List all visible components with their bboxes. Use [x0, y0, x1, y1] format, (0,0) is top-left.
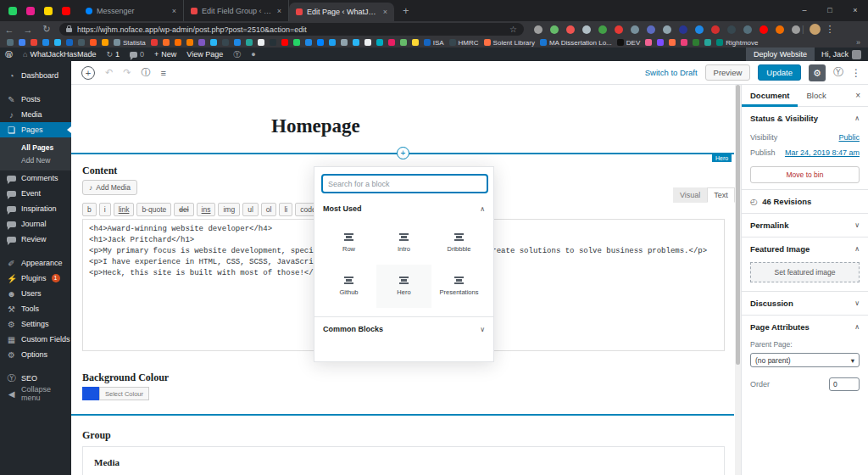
bookmark-star-icon[interactable]: ☆: [509, 25, 517, 34]
bookmarks-overflow-icon[interactable]: »: [856, 38, 860, 47]
extension-icon[interactable]: [598, 25, 607, 34]
sidebar-item[interactable]: ▦ Custom Fields: [0, 332, 71, 347]
bookmark-item[interactable]: [341, 39, 348, 46]
url-text[interactable]: https://wjhm.noface.app/wp-admin/post.ph…: [77, 25, 504, 34]
sidebar-item[interactable]: ⚙ Settings: [0, 316, 71, 332]
view-page-link[interactable]: View Page: [181, 48, 228, 61]
pinned-tab-icon[interactable]: [62, 7, 70, 15]
sidebar-item[interactable]: ◔ Dashboard: [0, 68, 71, 83]
quicktag-button[interactable]: b-quote: [136, 203, 171, 216]
most-used-section-header[interactable]: Most Used ∧: [323, 204, 485, 213]
pinned-tab-icon[interactable]: [44, 7, 53, 15]
back-icon[interactable]: ←: [0, 25, 19, 35]
block-type-item[interactable]: Presentations: [431, 265, 487, 308]
publish-date-link[interactable]: Mar 24, 2019 8:47 am: [785, 148, 860, 157]
bookmark-item[interactable]: DEV: [617, 39, 640, 47]
sidebar-item[interactable]: Comments: [0, 170, 71, 186]
more-tools-icon[interactable]: ⋮: [851, 67, 861, 79]
sidebar-item[interactable]: Journal: [0, 216, 71, 232]
yoast-icon[interactable]: Ⓨ: [228, 48, 246, 61]
select-colour-button[interactable]: Select Colour: [99, 387, 149, 400]
tab-document[interactable]: Document: [742, 85, 798, 107]
bookmark-item[interactable]: Statista: [114, 39, 146, 47]
block-search-input[interactable]: [321, 174, 488, 193]
text-tab[interactable]: Text: [707, 187, 735, 203]
bookmark-item[interactable]: [258, 39, 264, 46]
visual-tab[interactable]: Visual: [673, 187, 707, 203]
bookmark-item[interactable]: MA Dissertation Lo...: [540, 39, 612, 47]
bookmark-item[interactable]: [270, 39, 276, 46]
extension-icon[interactable]: [663, 25, 671, 34]
quicktag-button[interactable]: link: [114, 203, 135, 216]
tab-edit-page-active[interactable]: Edit Page ‹ WhatJackHasMade — ×: [289, 3, 394, 21]
bookmark-item[interactable]: [305, 39, 312, 46]
address-bar[interactable]: https://wjhm.noface.app/wp-admin/post.ph…: [59, 23, 524, 36]
bookmark-item[interactable]: [364, 39, 371, 46]
bookmark-item[interactable]: [281, 39, 288, 46]
extension-icon[interactable]: [743, 25, 752, 34]
update-button[interactable]: Update: [758, 64, 801, 81]
bookmark-item[interactable]: [198, 39, 205, 46]
page-title[interactable]: Homepage: [271, 115, 360, 137]
bookmark-item[interactable]: [163, 39, 170, 46]
bookmark-item[interactable]: [681, 39, 687, 46]
common-blocks-section-header[interactable]: Common Blocks ∨: [323, 325, 485, 333]
sidebar-item[interactable]: ✎ Posts: [0, 92, 71, 107]
block-type-item[interactable]: Intro: [376, 221, 431, 265]
block-type-item[interactable]: Dribbble: [431, 221, 487, 265]
content-structure-icon[interactable]: ⓘ: [141, 66, 150, 79]
add-media-button[interactable]: ♪ Add Media: [82, 180, 137, 195]
close-sidebar-icon[interactable]: ×: [848, 91, 868, 100]
bookmark-item[interactable]: HMRC: [449, 39, 479, 47]
page-attributes-panel-header[interactable]: Page Attributes ∧: [742, 315, 868, 338]
extension-icon[interactable]: [760, 25, 768, 34]
site-name-menu[interactable]: ⌂ WhatJackHasMade: [18, 48, 101, 61]
new-tab-button[interactable]: +: [403, 4, 409, 17]
bookmark-item[interactable]: [293, 39, 300, 46]
bookmark-item[interactable]: [54, 39, 61, 46]
bookmark-item[interactable]: [400, 39, 407, 46]
bookmark-item[interactable]: ISA: [424, 39, 444, 47]
quicktag-button[interactable]: ol: [261, 203, 277, 216]
status-visibility-panel-header[interactable]: Status & Visibility ∧: [742, 107, 868, 130]
bookmark-item[interactable]: [376, 39, 383, 46]
wp-logo-icon[interactable]: Ⓦ: [0, 48, 18, 61]
sidebar-item[interactable]: ⚒ Tools: [0, 301, 71, 316]
extension-icon[interactable]: [631, 25, 639, 34]
sidebar-item[interactable]: ⚙ Options: [0, 347, 71, 362]
deploy-website-button[interactable]: Deploy Website: [746, 48, 815, 61]
extension-icon[interactable]: [711, 25, 720, 34]
tab-close-icon[interactable]: ×: [383, 8, 387, 16]
quicktag-button[interactable]: b: [82, 203, 97, 216]
pinned-tab-icon[interactable]: [26, 7, 35, 15]
switch-to-draft-link[interactable]: Switch to Draft: [645, 68, 698, 77]
forward-icon[interactable]: →: [19, 25, 37, 35]
revisions-row[interactable]: ◴ 46 Revisions: [742, 189, 868, 213]
bookmark-item[interactable]: Solent Library: [484, 39, 535, 47]
sidebar-item[interactable]: All Pages: [0, 137, 71, 154]
bookmark-item[interactable]: [19, 39, 25, 46]
sidebar-item[interactable]: ♪ Media: [0, 107, 71, 122]
reload-icon[interactable]: ↻: [37, 24, 56, 35]
sidebar-item[interactable]: ❏ Pages: [0, 122, 71, 137]
bookmark-item[interactable]: [90, 39, 97, 46]
browser-menu-icon[interactable]: ⋮: [826, 24, 835, 35]
bookmark-item[interactable]: [186, 39, 193, 46]
sidebar-item[interactable]: Add New: [0, 154, 71, 170]
inline-inserter-icon[interactable]: +: [397, 147, 409, 159]
undo-icon[interactable]: ↶: [105, 67, 113, 78]
extension-icon[interactable]: [727, 25, 736, 34]
bookmark-item[interactable]: [234, 39, 241, 46]
extension-icon[interactable]: [615, 25, 623, 34]
bookmark-item[interactable]: [78, 39, 85, 46]
sidebar-item[interactable]: Review: [0, 232, 71, 247]
maximize-button[interactable]: □: [817, 0, 843, 21]
bookmark-item[interactable]: [102, 39, 108, 46]
bookmark-item[interactable]: [353, 39, 359, 46]
account-menu[interactable]: Hi, Jack: [815, 50, 868, 59]
preview-button[interactable]: Preview: [705, 64, 751, 81]
profile-avatar[interactable]: [810, 24, 821, 35]
block-type-item[interactable]: Hero: [376, 265, 431, 308]
order-input[interactable]: [829, 377, 860, 391]
bookmark-item[interactable]: [317, 39, 324, 46]
